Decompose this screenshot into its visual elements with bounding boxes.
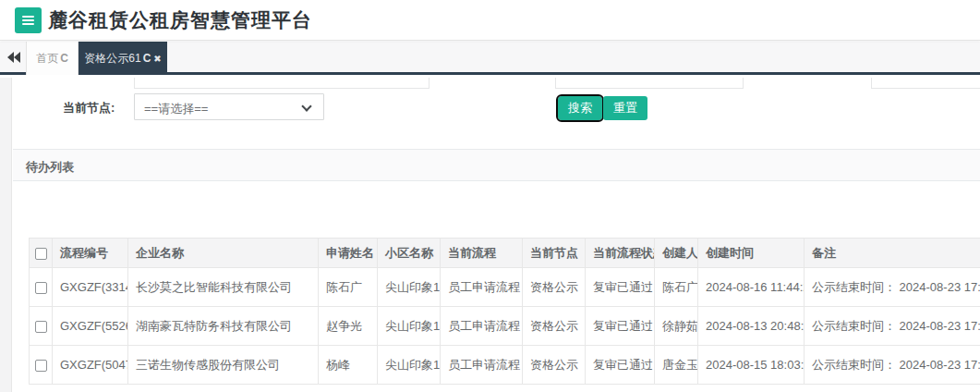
- row-checkbox[interactable]: [35, 360, 47, 372]
- search-button[interactable]: 搜索: [558, 96, 602, 120]
- close-icon[interactable]: ✖: [153, 54, 161, 64]
- cell-community: 尖山印象1栋: [378, 307, 441, 346]
- cell-community: 尖山印象1栋: [378, 268, 441, 307]
- cell-applicant: 赵争光: [319, 307, 378, 346]
- refresh-icon[interactable]: C: [60, 52, 68, 65]
- cell-process-id: GXGZF(5526): [53, 307, 128, 346]
- cell-company: 湖南豪瓦特防务科技有限公司: [128, 307, 319, 346]
- cell-applicant: 杨峰: [319, 346, 378, 385]
- cell-remark: 公示结束时间： 2024-08-23 17:08:18: [805, 268, 980, 307]
- cell-flow: 员工申请流程: [441, 307, 523, 346]
- cell-create-time: 2024-08-16 11:44:20: [698, 268, 805, 307]
- cell-community: 尖山印象1栋: [378, 346, 441, 385]
- cell-node: 资格公示: [523, 346, 586, 385]
- select-value: ==请选择==: [144, 101, 208, 117]
- tab-active-label: 资格公示61: [84, 51, 140, 67]
- table-row[interactable]: GXGZF(5047) 三诺生物传感股份有限公司 杨峰 尖山印象1栋 员工申请流…: [30, 346, 980, 385]
- refresh-icon[interactable]: C: [143, 52, 151, 65]
- todo-panel-title: 待办列表: [26, 159, 74, 176]
- current-node-select[interactable]: ==请选择==: [134, 93, 324, 120]
- col-remark: 备注: [805, 239, 980, 268]
- table-header-row: 流程编号 企业名称 申请姓名 小区名称 当前流程 当前节点 当前流程状态 创建人…: [30, 239, 980, 268]
- col-node: 当前节点: [523, 239, 586, 268]
- clipped-filter-input[interactable]: [871, 78, 980, 89]
- collapsed-sidebar: [0, 78, 12, 392]
- col-creator: 创建人: [655, 239, 698, 268]
- table-row[interactable]: GXGZF(5526) 湖南豪瓦特防务科技有限公司 赵争光 尖山印象1栋 员工申…: [30, 307, 980, 346]
- cell-creator: 陈石广: [655, 268, 698, 307]
- page-title: 麓谷租赁公租房智慧管理平台: [48, 7, 312, 33]
- cell-flow: 员工申请流程: [441, 268, 523, 307]
- cell-node: 资格公示: [523, 268, 586, 307]
- cell-process-id: GXGZF(5047): [53, 346, 128, 385]
- row-checkbox[interactable]: [35, 321, 47, 333]
- hamburger-menu-icon[interactable]: [15, 7, 42, 33]
- collapse-tabs-icon[interactable]: [7, 51, 24, 64]
- tab-home[interactable]: 首页C: [26, 42, 79, 75]
- cell-process-id: GXGZF(3314): [53, 268, 128, 307]
- tab-bar: 首页C 资格公示61C✖: [0, 42, 980, 75]
- todo-table: 流程编号 企业名称 申请姓名 小区名称 当前流程 当前节点 当前流程状态 创建人…: [29, 238, 980, 385]
- cell-status: 复审已通过: [586, 307, 655, 346]
- tab-home-label: 首页: [36, 51, 58, 67]
- col-flow: 当前流程: [441, 239, 523, 268]
- table-row[interactable]: GXGZF(3314) 长沙莫之比智能科技有限公司 陈石广 尖山印象1栋 员工申…: [30, 268, 980, 307]
- cell-company: 三诺生物传感股份有限公司: [128, 346, 319, 385]
- col-applicant: 申请姓名: [319, 239, 378, 268]
- app-window: 麓谷租赁公租房智慧管理平台 首页C 资格公示61C✖ 当前节点: ==请选择==…: [0, 0, 980, 392]
- cell-status: 复审已通过: [586, 346, 655, 385]
- col-company: 企业名称: [128, 239, 319, 268]
- cell-create-time: 2024-08-13 20:48:40: [698, 307, 805, 346]
- col-process-id: 流程编号: [53, 239, 128, 268]
- cell-company: 长沙莫之比智能科技有限公司: [128, 268, 319, 307]
- chevron-down-icon: [301, 101, 311, 111]
- cell-node: 资格公示: [523, 307, 586, 346]
- col-create-time: 创建时间: [698, 239, 805, 268]
- row-checkbox[interactable]: [35, 282, 47, 294]
- top-header: 麓谷租赁公租房智慧管理平台: [0, 0, 980, 41]
- cell-status: 复审已通过: [586, 268, 655, 307]
- cell-create-time: 2024-08-15 18:03:47: [698, 346, 805, 385]
- col-status: 当前流程状态: [586, 239, 655, 268]
- reset-button[interactable]: 重置: [603, 96, 647, 120]
- cell-flow: 员工申请流程: [441, 346, 523, 385]
- current-node-label: 当前节点:: [63, 100, 115, 116]
- clipped-filter-input[interactable]: [555, 78, 744, 89]
- select-all-checkbox[interactable]: [35, 248, 47, 260]
- tab-qualification-publicity[interactable]: 资格公示61C✖: [79, 42, 167, 75]
- col-community: 小区名称: [378, 239, 441, 268]
- todo-panel-header: 待办列表: [13, 149, 980, 181]
- clipped-filter-input[interactable]: [134, 78, 430, 89]
- cell-remark: 公示结束时间： 2024-08-23 17:08:04: [805, 307, 980, 346]
- cell-remark: 公示结束时间： 2024-08-23 17:06:53: [805, 346, 980, 385]
- cell-creator: 唐金玉: [655, 346, 698, 385]
- cell-creator: 徐静茹: [655, 307, 698, 346]
- cell-applicant: 陈石广: [319, 268, 378, 307]
